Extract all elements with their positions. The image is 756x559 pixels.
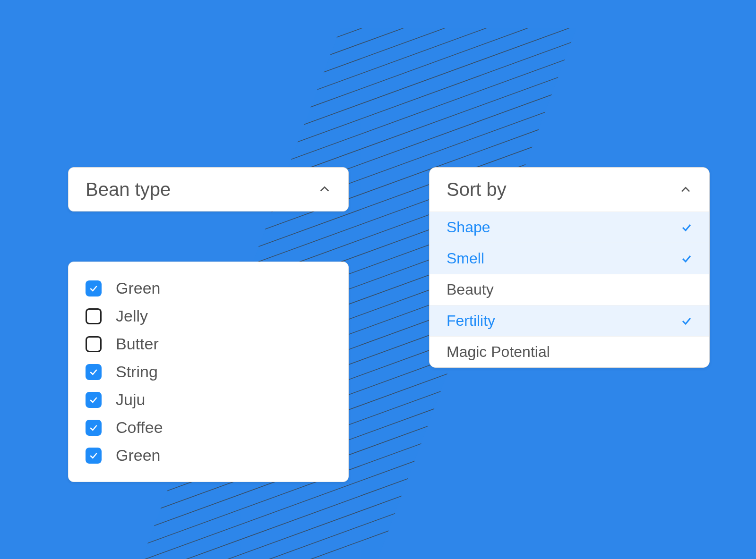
check-icon	[89, 423, 98, 432]
bean-type-option[interactable]: Green	[86, 274, 331, 302]
check-icon	[89, 451, 98, 460]
chevron-up-icon	[679, 183, 692, 196]
sort-option[interactable]: Fertility	[430, 305, 709, 337]
bean-type-dropdown-header[interactable]: Bean type	[68, 167, 349, 212]
bean-type-option-label: Green	[116, 279, 161, 297]
bean-type-option[interactable]: Juju	[86, 386, 331, 414]
checkbox[interactable]	[86, 392, 102, 408]
sort-by-options-list: ShapeSmellBeautyFertilityMagic Potential	[430, 212, 709, 367]
check-icon	[681, 253, 692, 264]
sort-option[interactable]: Beauty	[430, 274, 709, 305]
check-icon	[89, 395, 98, 405]
check-icon	[89, 284, 98, 293]
bean-type-option-label: String	[116, 363, 158, 381]
check-icon	[681, 222, 692, 233]
checkbox[interactable]	[86, 308, 102, 324]
checkbox[interactable]	[86, 448, 102, 464]
check-icon	[681, 315, 692, 327]
sort-option[interactable]: Smell	[430, 243, 709, 274]
sort-by-title: Sort by	[447, 179, 507, 200]
sort-option[interactable]: Shape	[430, 212, 709, 243]
bean-type-option-label: Jelly	[116, 307, 148, 325]
sort-option-label: Fertility	[447, 312, 495, 330]
bean-type-options-panel: GreenJellyButterStringJujuCoffeeGreen	[68, 262, 349, 482]
checkbox[interactable]	[86, 336, 102, 352]
checkbox[interactable]	[86, 280, 102, 296]
sort-option[interactable]: Magic Potential	[430, 337, 709, 367]
bean-type-option-label: Butter	[116, 335, 159, 353]
checkbox[interactable]	[86, 420, 102, 436]
bean-type-option[interactable]: Butter	[86, 330, 331, 358]
bean-type-option[interactable]: String	[86, 358, 331, 386]
sort-option-label: Smell	[447, 250, 484, 267]
bean-type-option-label: Juju	[116, 390, 145, 409]
bean-type-title: Bean type	[86, 179, 171, 200]
bean-type-option[interactable]: Coffee	[86, 414, 331, 441]
check-icon	[89, 367, 98, 377]
sort-option-label: Beauty	[447, 281, 494, 298]
sort-option-label: Shape	[447, 219, 490, 236]
bean-type-option[interactable]: Jelly	[86, 302, 331, 330]
bean-type-option-label: Coffee	[116, 418, 163, 437]
sort-by-dropdown-header[interactable]: Sort by	[430, 168, 709, 212]
sort-by-dropdown-panel: Sort by ShapeSmellBeautyFertilityMagic P…	[429, 167, 710, 368]
bean-type-option[interactable]: Green	[86, 441, 331, 469]
chevron-up-icon	[318, 183, 331, 196]
sort-option-label: Magic Potential	[447, 343, 550, 361]
bean-type-option-label: Green	[116, 446, 161, 465]
checkbox[interactable]	[86, 364, 102, 380]
